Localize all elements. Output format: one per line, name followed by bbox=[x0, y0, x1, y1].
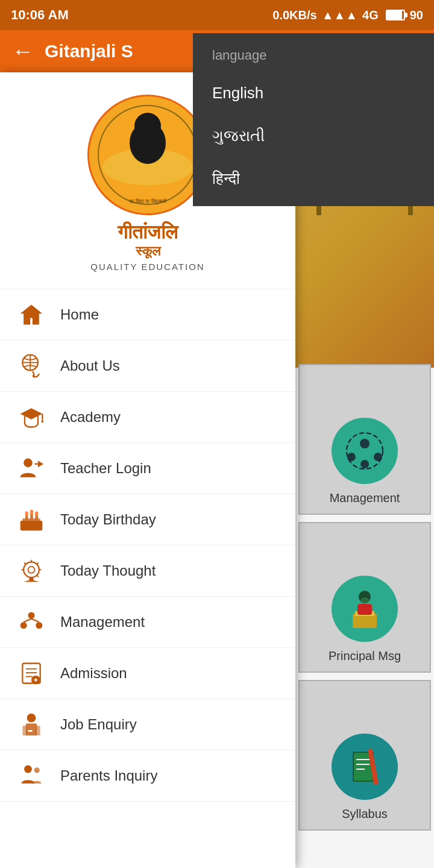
right-cards: Management Principal Msg bbox=[295, 362, 434, 833]
battery-level: 90 bbox=[410, 8, 423, 22]
network-speed: 0.0KB/s bbox=[272, 8, 316, 22]
menu-item-today-thought[interactable]: Today Thought bbox=[0, 546, 295, 597]
menu-item-teacher-login[interactable]: Teacher Login bbox=[0, 443, 295, 494]
menu-item-about[interactable]: About Us bbox=[0, 341, 295, 392]
menu-item-academy[interactable]: Academy bbox=[0, 392, 295, 443]
menu-label-parents-inquiry: Parents Inquiry bbox=[60, 767, 157, 784]
logo-school-name: गीतांजलि bbox=[118, 221, 178, 244]
thought-icon bbox=[17, 556, 46, 585]
language-option-english[interactable]: English bbox=[193, 72, 434, 115]
admission-icon bbox=[17, 659, 46, 688]
menu-label-home: Home bbox=[60, 306, 99, 323]
svg-line-43 bbox=[37, 562, 39, 564]
status-bar: 10:06 AM 0.0KB/s ▲▲▲ 4G 90 bbox=[0, 0, 434, 30]
svg-line-52 bbox=[24, 619, 31, 623]
principal-card[interactable]: Principal Msg bbox=[298, 522, 431, 673]
management-card[interactable]: Management bbox=[298, 364, 431, 515]
menu-label-admission: Admission bbox=[60, 665, 127, 682]
menu-label-today-birthday: Today Birthday bbox=[60, 511, 156, 528]
school-logo: सा विद्या या विमुक्तये bbox=[87, 95, 208, 215]
globe-hand-icon bbox=[17, 351, 46, 380]
status-time: 10:06 AM bbox=[11, 7, 69, 23]
svg-rect-65 bbox=[36, 726, 40, 736]
principal-card-label: Principal Msg bbox=[329, 649, 401, 663]
svg-text:सा विद्या या विमुक्तये: सा विद्या या विमुक्तये bbox=[128, 198, 167, 205]
syllabus-card[interactable]: Syllabus bbox=[298, 680, 431, 831]
svg-marker-30 bbox=[38, 461, 43, 467]
svg-point-71 bbox=[360, 460, 369, 468]
svg-rect-62 bbox=[26, 723, 37, 735]
back-button[interactable]: ← bbox=[12, 39, 34, 64]
syllabus-card-label: Syllabus bbox=[342, 807, 388, 821]
management-icon bbox=[17, 608, 46, 637]
battery-icon bbox=[386, 10, 405, 20]
menu-item-home[interactable]: Home bbox=[0, 289, 295, 341]
signal-icon: ▲▲▲ bbox=[322, 8, 357, 22]
menu-label-academy: Academy bbox=[60, 409, 121, 426]
svg-point-49 bbox=[28, 612, 35, 619]
syllabus-card-icon bbox=[332, 734, 398, 800]
graduation-icon bbox=[17, 403, 46, 432]
svg-rect-77 bbox=[357, 604, 372, 615]
svg-point-39 bbox=[35, 511, 38, 515]
teacher-icon bbox=[17, 454, 46, 483]
management-card-label: Management bbox=[330, 491, 400, 505]
svg-point-41 bbox=[28, 567, 35, 573]
menu-item-admission[interactable]: Admission bbox=[0, 648, 295, 699]
svg-marker-26 bbox=[20, 408, 43, 419]
menu-list: Home About Us bbox=[0, 289, 295, 802]
menu-label-job-enquiry: Job Enquiry bbox=[60, 716, 137, 733]
svg-line-46 bbox=[24, 562, 26, 564]
language-option-hindi[interactable]: हिन्दी bbox=[193, 157, 434, 200]
svg-rect-63 bbox=[28, 730, 33, 732]
language-option-gujarati[interactable]: ગુજરાતી bbox=[193, 115, 434, 157]
menu-label-about: About Us bbox=[60, 357, 120, 374]
job-icon bbox=[17, 710, 46, 739]
parents-icon bbox=[17, 761, 46, 790]
menu-item-parents-inquiry[interactable]: Parents Inquiry bbox=[0, 750, 295, 802]
svg-point-29 bbox=[24, 459, 33, 468]
svg-point-51 bbox=[36, 622, 42, 629]
svg-point-38 bbox=[30, 510, 34, 514]
svg-rect-64 bbox=[22, 726, 27, 736]
svg-point-67 bbox=[34, 767, 40, 773]
birthday-icon bbox=[17, 505, 46, 534]
menu-item-management[interactable]: Management bbox=[0, 597, 295, 648]
svg-point-50 bbox=[20, 622, 27, 629]
menu-item-today-birthday[interactable]: Today Birthday bbox=[0, 494, 295, 546]
home-icon bbox=[17, 300, 46, 329]
toolbar-title: Gitanjali S bbox=[45, 41, 133, 61]
principal-card-icon bbox=[332, 576, 398, 642]
svg-point-37 bbox=[25, 511, 28, 515]
svg-rect-32 bbox=[20, 521, 43, 531]
svg-point-28 bbox=[42, 421, 44, 423]
svg-point-25 bbox=[33, 375, 35, 377]
svg-line-45 bbox=[37, 575, 39, 577]
menu-item-job-enquiry[interactable]: Job Enquiry bbox=[0, 699, 295, 750]
network-type: 4G bbox=[362, 8, 379, 22]
quality-tagline: QUALITY EDUCATION bbox=[90, 262, 204, 272]
menu-label-teacher-login: Teacher Login bbox=[60, 460, 151, 477]
svg-point-66 bbox=[24, 766, 32, 773]
svg-point-40 bbox=[24, 562, 39, 577]
language-dropdown-header: language bbox=[193, 39, 434, 72]
language-dropdown: language English ગુજરાતી हिन्दी bbox=[193, 33, 434, 206]
management-card-icon bbox=[332, 418, 398, 484]
menu-label-management: Management bbox=[60, 614, 145, 631]
svg-point-68 bbox=[360, 439, 370, 448]
svg-point-74 bbox=[360, 597, 369, 603]
logo-svg: सा विद्या या विमुक्तये bbox=[93, 101, 202, 209]
status-right: 0.0KB/s ▲▲▲ 4G 90 bbox=[272, 8, 423, 22]
menu-label-today-thought: Today Thought bbox=[60, 562, 156, 579]
svg-point-61 bbox=[27, 714, 36, 723]
svg-line-53 bbox=[31, 619, 39, 623]
logo-school-type: स्कूल bbox=[136, 244, 160, 259]
